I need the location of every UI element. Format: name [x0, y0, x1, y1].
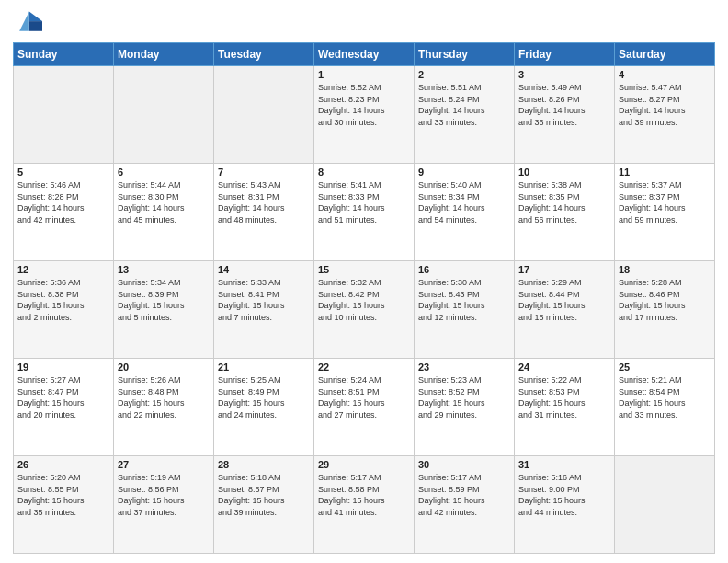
day-number: 31: [518, 459, 610, 470]
col-saturday: Saturday: [615, 43, 715, 66]
table-row: 27Sunrise: 5:19 AM Sunset: 8:56 PM Dayli…: [114, 456, 214, 554]
header: [13, 9, 715, 35]
day-number: 5: [17, 167, 109, 178]
day-number: 23: [418, 362, 510, 373]
day-number: 28: [218, 459, 310, 470]
day-info: Sunrise: 5:27 AM Sunset: 8:47 PM Dayligh…: [17, 374, 109, 420]
table-row: 31Sunrise: 5:16 AM Sunset: 9:00 PM Dayli…: [515, 456, 615, 554]
table-row: 18Sunrise: 5:28 AM Sunset: 8:46 PM Dayli…: [615, 261, 715, 359]
table-row: 13Sunrise: 5:34 AM Sunset: 8:39 PM Dayli…: [114, 261, 214, 359]
day-number: 12: [17, 264, 109, 275]
svg-marker-1: [29, 11, 42, 21]
table-row: 21Sunrise: 5:25 AM Sunset: 8:49 PM Dayli…: [214, 359, 314, 456]
day-info: Sunrise: 5:36 AM Sunset: 8:38 PM Dayligh…: [17, 277, 109, 323]
col-monday: Monday: [114, 43, 214, 66]
col-tuesday: Tuesday: [214, 43, 314, 66]
day-info: Sunrise: 5:41 AM Sunset: 8:33 PM Dayligh…: [318, 179, 410, 225]
day-info: Sunrise: 5:52 AM Sunset: 8:23 PM Dayligh…: [318, 82, 410, 128]
calendar: Sunday Monday Tuesday Wednesday Thursday…: [13, 42, 715, 554]
day-number: 1: [318, 69, 410, 80]
table-row: 1Sunrise: 5:52 AM Sunset: 8:23 PM Daylig…: [314, 66, 415, 164]
table-row: 3Sunrise: 5:49 AM Sunset: 8:26 PM Daylig…: [515, 66, 615, 164]
table-row: 17Sunrise: 5:29 AM Sunset: 8:44 PM Dayli…: [515, 261, 615, 359]
table-row: 28Sunrise: 5:18 AM Sunset: 8:57 PM Dayli…: [214, 456, 314, 554]
day-number: 20: [118, 362, 210, 373]
day-info: Sunrise: 5:32 AM Sunset: 8:42 PM Dayligh…: [318, 277, 410, 323]
calendar-week-4: 19Sunrise: 5:27 AM Sunset: 8:47 PM Dayli…: [14, 359, 715, 456]
day-number: 4: [619, 69, 711, 80]
table-row: [14, 66, 114, 164]
calendar-week-5: 26Sunrise: 5:20 AM Sunset: 8:55 PM Dayli…: [14, 456, 715, 554]
col-thursday: Thursday: [415, 43, 515, 66]
day-number: 2: [418, 69, 510, 80]
day-info: Sunrise: 5:49 AM Sunset: 8:26 PM Dayligh…: [518, 82, 610, 128]
day-info: Sunrise: 5:47 AM Sunset: 8:27 PM Dayligh…: [619, 82, 711, 128]
day-number: 7: [218, 167, 310, 178]
day-number: 15: [318, 264, 410, 275]
day-number: 22: [318, 362, 410, 373]
day-number: 10: [518, 167, 610, 178]
day-info: Sunrise: 5:30 AM Sunset: 8:43 PM Dayligh…: [418, 277, 510, 323]
day-number: 25: [619, 362, 711, 373]
table-row: 30Sunrise: 5:17 AM Sunset: 8:59 PM Dayli…: [415, 456, 515, 554]
day-info: Sunrise: 5:24 AM Sunset: 8:51 PM Dayligh…: [318, 374, 410, 420]
day-number: 29: [318, 459, 410, 470]
table-row: 2Sunrise: 5:51 AM Sunset: 8:24 PM Daylig…: [415, 66, 515, 164]
table-row: 20Sunrise: 5:26 AM Sunset: 8:48 PM Dayli…: [114, 359, 214, 456]
calendar-week-3: 12Sunrise: 5:36 AM Sunset: 8:38 PM Dayli…: [14, 261, 715, 359]
day-number: 19: [17, 362, 109, 373]
day-info: Sunrise: 5:25 AM Sunset: 8:49 PM Dayligh…: [218, 374, 310, 420]
table-row: 16Sunrise: 5:30 AM Sunset: 8:43 PM Dayli…: [415, 261, 515, 359]
day-info: Sunrise: 5:37 AM Sunset: 8:37 PM Dayligh…: [619, 179, 711, 225]
day-info: Sunrise: 5:21 AM Sunset: 8:54 PM Dayligh…: [619, 374, 711, 420]
calendar-header-row: Sunday Monday Tuesday Wednesday Thursday…: [14, 43, 715, 66]
day-info: Sunrise: 5:51 AM Sunset: 8:24 PM Dayligh…: [418, 82, 510, 128]
day-number: 30: [418, 459, 510, 470]
day-number: 27: [118, 459, 210, 470]
day-number: 3: [518, 69, 610, 80]
day-number: 18: [619, 264, 711, 275]
day-number: 14: [218, 264, 310, 275]
day-info: Sunrise: 5:38 AM Sunset: 8:35 PM Dayligh…: [518, 179, 610, 225]
day-info: Sunrise: 5:46 AM Sunset: 8:28 PM Dayligh…: [17, 179, 109, 225]
col-friday: Friday: [515, 43, 615, 66]
table-row: 14Sunrise: 5:33 AM Sunset: 8:41 PM Dayli…: [214, 261, 314, 359]
table-row: 11Sunrise: 5:37 AM Sunset: 8:37 PM Dayli…: [615, 164, 715, 261]
table-row: 22Sunrise: 5:24 AM Sunset: 8:51 PM Dayli…: [314, 359, 415, 456]
day-number: 13: [118, 264, 210, 275]
table-row: 12Sunrise: 5:36 AM Sunset: 8:38 PM Dayli…: [14, 261, 114, 359]
day-number: 6: [118, 167, 210, 178]
table-row: 26Sunrise: 5:20 AM Sunset: 8:55 PM Dayli…: [14, 456, 114, 554]
table-row: 15Sunrise: 5:32 AM Sunset: 8:42 PM Dayli…: [314, 261, 415, 359]
col-wednesday: Wednesday: [314, 43, 415, 66]
day-number: 9: [418, 167, 510, 178]
day-number: 21: [218, 362, 310, 373]
table-row: [615, 456, 715, 554]
table-row: 10Sunrise: 5:38 AM Sunset: 8:35 PM Dayli…: [515, 164, 615, 261]
table-row: 29Sunrise: 5:17 AM Sunset: 8:58 PM Dayli…: [314, 456, 415, 554]
day-info: Sunrise: 5:16 AM Sunset: 9:00 PM Dayligh…: [518, 472, 610, 518]
day-info: Sunrise: 5:20 AM Sunset: 8:55 PM Dayligh…: [17, 472, 109, 518]
day-info: Sunrise: 5:28 AM Sunset: 8:46 PM Dayligh…: [619, 277, 711, 323]
day-info: Sunrise: 5:43 AM Sunset: 8:31 PM Dayligh…: [218, 179, 310, 225]
day-number: 17: [518, 264, 610, 275]
day-info: Sunrise: 5:29 AM Sunset: 8:44 PM Dayligh…: [518, 277, 610, 323]
day-info: Sunrise: 5:17 AM Sunset: 8:58 PM Dayligh…: [318, 472, 410, 518]
day-info: Sunrise: 5:44 AM Sunset: 8:30 PM Dayligh…: [118, 179, 210, 225]
day-info: Sunrise: 5:22 AM Sunset: 8:53 PM Dayligh…: [518, 374, 610, 420]
day-info: Sunrise: 5:40 AM Sunset: 8:34 PM Dayligh…: [418, 179, 510, 225]
table-row: 6Sunrise: 5:44 AM Sunset: 8:30 PM Daylig…: [114, 164, 214, 261]
day-number: 8: [318, 167, 410, 178]
table-row: 8Sunrise: 5:41 AM Sunset: 8:33 PM Daylig…: [314, 164, 415, 261]
table-row: 4Sunrise: 5:47 AM Sunset: 8:27 PM Daylig…: [615, 66, 715, 164]
table-row: 19Sunrise: 5:27 AM Sunset: 8:47 PM Dayli…: [14, 359, 114, 456]
table-row: 7Sunrise: 5:43 AM Sunset: 8:31 PM Daylig…: [214, 164, 314, 261]
day-info: Sunrise: 5:17 AM Sunset: 8:59 PM Dayligh…: [418, 472, 510, 518]
calendar-week-1: 1Sunrise: 5:52 AM Sunset: 8:23 PM Daylig…: [14, 66, 715, 164]
table-row: 5Sunrise: 5:46 AM Sunset: 8:28 PM Daylig…: [14, 164, 114, 261]
table-row: 25Sunrise: 5:21 AM Sunset: 8:54 PM Dayli…: [615, 359, 715, 456]
calendar-week-2: 5Sunrise: 5:46 AM Sunset: 8:28 PM Daylig…: [14, 164, 715, 261]
day-info: Sunrise: 5:18 AM Sunset: 8:57 PM Dayligh…: [218, 472, 310, 518]
svg-marker-2: [29, 21, 42, 31]
svg-marker-3: [19, 11, 29, 30]
